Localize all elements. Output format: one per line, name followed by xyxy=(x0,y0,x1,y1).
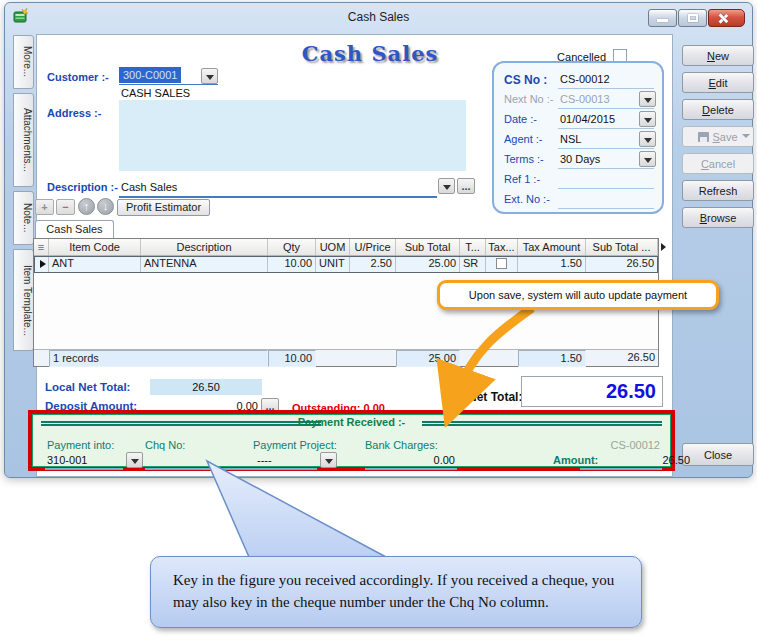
grid-data-row[interactable]: ANT ANTENNA 10.00 UNIT 2.50 25.00 SR 1.5… xyxy=(34,256,658,273)
cell-tax-checkbox-wrap xyxy=(486,256,518,273)
new-button-label: New xyxy=(707,47,729,65)
date-dropdown-button[interactable] xyxy=(639,111,656,127)
cell-uprice: 2.50 xyxy=(350,256,396,273)
delete-button-label: Delete xyxy=(702,101,734,119)
payment-into-underline xyxy=(45,468,123,470)
agent-label: Agent :- xyxy=(504,133,543,145)
customer-dropdown-button[interactable] xyxy=(201,68,218,84)
local-net-total-label: Local Net Total: xyxy=(45,381,130,393)
cs-no-label: CS No : xyxy=(504,73,547,87)
cancel-button-label: Cancel xyxy=(701,155,735,173)
description-value[interactable]: Cash Sales xyxy=(121,181,177,193)
save-icon xyxy=(698,132,709,142)
move-down-button[interactable]: ↓ xyxy=(97,198,114,215)
col-uom[interactable]: UOM xyxy=(316,239,350,255)
terms-value[interactable]: 30 Days xyxy=(560,153,600,165)
payment-into-value[interactable]: 310-001 xyxy=(47,454,87,466)
document-info-panel: CS No : CS-00012 Next No :- CS-00013 Dat… xyxy=(492,61,664,214)
date-label: Date :- xyxy=(504,113,537,125)
customer-value[interactable]: 300-C0001 xyxy=(119,67,181,83)
agent-dropdown-button[interactable] xyxy=(639,131,656,147)
chq-no-label: Chq No: xyxy=(145,439,185,451)
scroll-right-icon[interactable] xyxy=(661,243,666,251)
delete-button[interactable]: Delete xyxy=(682,99,754,120)
ext-no-field[interactable] xyxy=(558,208,654,209)
cs-no-value: CS-00012 xyxy=(560,73,610,85)
blue-callout: Key in the figure you received according… xyxy=(150,556,642,628)
orange-callout-text: Upon save, system will auto update payme… xyxy=(469,289,687,301)
remove-row-button[interactable]: − xyxy=(56,199,75,215)
local-net-total-value: 26.50 xyxy=(150,379,262,395)
row-pointer-icon xyxy=(34,256,49,273)
footer-sub-total-tax: 26.50 xyxy=(586,350,658,367)
sidebar-tab-item-template[interactable]: Item Template... xyxy=(13,249,34,351)
ref1-field[interactable] xyxy=(558,188,654,189)
maximize-button[interactable] xyxy=(678,9,707,27)
refresh-button-label: Refresh xyxy=(699,185,738,197)
form-title: Cash Sales xyxy=(250,41,490,66)
sidebar-tab-note[interactable]: Note... xyxy=(13,191,34,245)
footer-qty: 10.00 xyxy=(268,350,316,367)
terms-dropdown-button[interactable] xyxy=(639,151,656,167)
col-uprice[interactable]: U/Price xyxy=(350,239,396,255)
cancel-button[interactable]: Cancel xyxy=(682,153,754,174)
save-button[interactable]: Save xyxy=(682,126,754,147)
agent-value[interactable]: NSL xyxy=(560,133,581,145)
amount-value[interactable]: 26.50 xyxy=(608,454,690,466)
grid-menu-icon[interactable]: ≡ xyxy=(34,239,49,255)
move-up-button[interactable]: ↑ xyxy=(78,198,95,215)
tax-inclusive-checkbox[interactable] xyxy=(496,258,507,269)
edit-button[interactable]: Edit xyxy=(682,72,754,93)
description-dropdown-button[interactable] xyxy=(438,178,455,194)
profit-estimator-button[interactable]: Profit Estimator xyxy=(117,199,210,216)
new-button[interactable]: New xyxy=(682,45,754,66)
col-sub-total-tax[interactable]: Sub Total ... xyxy=(586,239,658,255)
sidebar-tab-more[interactable]: More... xyxy=(13,35,34,89)
footer-sub-total: 25.00 xyxy=(396,350,460,367)
col-tax-type[interactable]: T... xyxy=(460,239,486,255)
grid-header-row: ≡ Item Code Description Qty UOM U/Price … xyxy=(34,239,658,256)
next-no-dropdown-button[interactable] xyxy=(639,91,656,107)
net-total-box: 26.50 xyxy=(521,376,663,407)
payment-into-dropdown-button[interactable] xyxy=(126,452,143,468)
close-button-label: Close xyxy=(704,449,732,461)
chq-no-field[interactable] xyxy=(145,468,257,470)
add-row-button[interactable]: + xyxy=(35,199,54,215)
description-label: Description :- xyxy=(47,181,118,193)
address-field[interactable] xyxy=(119,100,466,171)
refresh-button[interactable]: Refresh xyxy=(682,180,754,201)
bank-charges-value[interactable]: 0.00 xyxy=(365,454,455,466)
col-tax-inclusive[interactable]: Tax... xyxy=(486,239,518,255)
col-sub-total[interactable]: Sub Total xyxy=(396,239,460,255)
grid-footer-row: 1 records 10.00 25.00 1.50 26.50 xyxy=(34,349,658,366)
cell-item-code: ANT xyxy=(49,256,141,273)
ext-no-label: Ext. No :- xyxy=(504,193,550,205)
date-value[interactable]: 01/04/2015 xyxy=(560,113,615,125)
minimize-button[interactable] xyxy=(648,9,677,27)
blue-callout-text: Key in the figure you received according… xyxy=(173,572,614,610)
col-tax-amount[interactable]: Tax Amount xyxy=(518,239,586,255)
tab-cash-sales[interactable]: Cash Sales xyxy=(35,220,114,239)
sidebar-tab-attachments[interactable]: Attachments... xyxy=(13,93,34,187)
maximize-icon xyxy=(688,14,698,22)
col-qty[interactable]: Qty xyxy=(268,239,316,255)
window-titlebar: Cash Sales xyxy=(5,3,752,31)
payment-project-value[interactable]: ---- xyxy=(257,454,272,466)
description-ellipsis-button[interactable]: ... xyxy=(457,178,475,194)
close-window-button[interactable] xyxy=(708,9,745,27)
edit-button-label: Edit xyxy=(709,74,728,92)
bank-charges-underline xyxy=(365,468,457,470)
browse-button[interactable]: Browse xyxy=(682,207,754,228)
description-field-underline[interactable] xyxy=(119,196,437,198)
cell-description: ANTENNA xyxy=(141,256,268,273)
cell-uom: UNIT xyxy=(316,256,350,273)
payment-doc-no: CS-00012 xyxy=(610,439,660,451)
cell-sub-total-tax: 26.50 xyxy=(586,256,658,273)
close-button[interactable]: Close xyxy=(682,443,754,466)
col-description[interactable]: Description xyxy=(141,239,268,255)
payment-project-dropdown-button[interactable] xyxy=(320,452,337,468)
customer-name[interactable]: CASH SALES xyxy=(121,87,190,99)
payment-into-label: Payment into: xyxy=(47,439,114,451)
net-total-label: Net Total: xyxy=(468,390,522,404)
col-item-code[interactable]: Item Code xyxy=(49,239,141,255)
